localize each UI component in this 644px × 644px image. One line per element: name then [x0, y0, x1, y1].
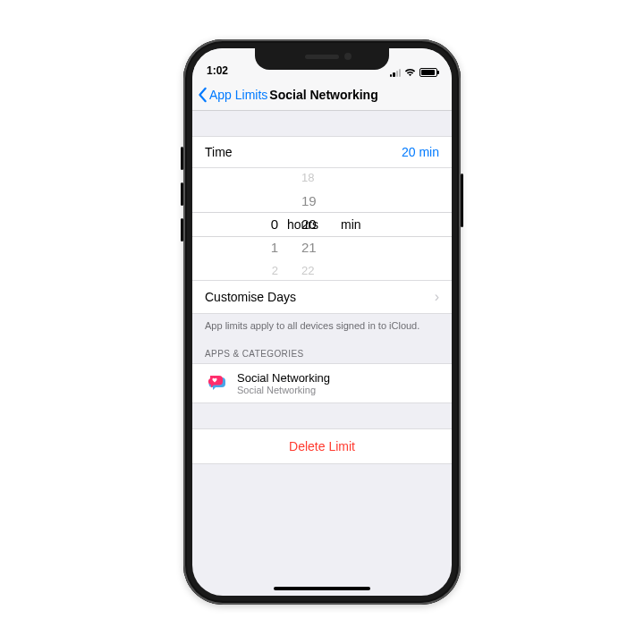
time-picker[interactable]: 0 1 2 3 hours 17 18 19 20 21 22 23 min — [192, 168, 452, 281]
time-row[interactable]: Time 20 min — [192, 136, 452, 168]
delete-limit-button[interactable]: Delete Limit — [192, 428, 452, 464]
minutes-wheel[interactable]: 17 18 19 20 21 22 23 — [301, 168, 337, 280]
social-networking-icon — [205, 372, 228, 395]
clock: 1:02 — [207, 64, 228, 77]
notch — [255, 48, 389, 70]
battery-icon — [419, 68, 437, 77]
min-unit: min — [341, 217, 361, 232]
delete-limit-label: Delete Limit — [289, 439, 355, 453]
time-value: 20 min — [402, 145, 439, 159]
category-subtitle: Social Networking — [237, 385, 330, 395]
apps-categories-header: APPS & CATEGORIES — [192, 335, 452, 363]
nav-bar: App Limits Social Networking — [192, 79, 452, 111]
category-title: Social Networking — [237, 371, 330, 385]
page-title: Social Networking — [269, 88, 377, 102]
wifi-icon — [404, 68, 416, 77]
customise-days-row[interactable]: Customise Days › — [192, 281, 452, 314]
home-indicator[interactable] — [274, 587, 370, 590]
icloud-footnote: App limits apply to all devices signed i… — [192, 314, 452, 335]
hours-wheel[interactable]: 0 1 2 3 — [208, 168, 278, 280]
back-label: App Limits — [209, 88, 267, 102]
chevron-right-icon: › — [435, 289, 439, 305]
category-row[interactable]: Social Networking Social Networking — [192, 363, 452, 403]
back-button[interactable]: App Limits — [198, 87, 267, 103]
time-label: Time — [205, 145, 233, 159]
customise-days-label: Customise Days — [205, 290, 296, 304]
cellular-icon — [390, 68, 401, 77]
screen: 1:02 App Limits Social Networking Time 2… — [192, 48, 452, 596]
